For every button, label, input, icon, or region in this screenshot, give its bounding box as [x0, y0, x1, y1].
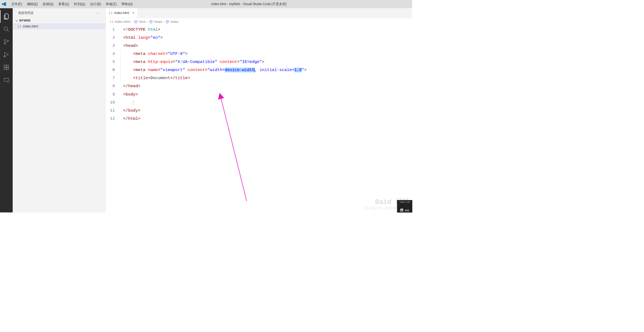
- breadcrumb-item[interactable]: meta: [171, 20, 178, 24]
- html-file-icon: [109, 11, 112, 15]
- activity-run-debug[interactable]: [0, 48, 13, 61]
- activity-remote[interactable]: [0, 74, 13, 86]
- menu-bar: 文件(F) 编辑(E) 选择(S) 查看(V) 转到(G) 运行(R) 终端(T…: [9, 1, 135, 7]
- close-icon[interactable]: ×: [132, 11, 134, 15]
- tab-index-html[interactable]: index.html ×: [106, 8, 138, 18]
- chevron-down-icon: [15, 19, 18, 22]
- svg-point-4: [7, 40, 9, 41]
- titlebar: 文件(F) 编辑(E) 选择(S) 查看(V) 转到(G) 运行(R) 终端(T…: [0, 0, 412, 8]
- menu-view[interactable]: 查看(V): [56, 1, 71, 7]
- menu-go[interactable]: 转到(G): [71, 1, 88, 7]
- svg-line-1: [7, 30, 9, 32]
- svg-rect-9: [7, 65, 9, 67]
- breadcrumb-item[interactable]: index.html: [115, 20, 130, 24]
- remote-icon: [3, 77, 9, 83]
- menu-run[interactable]: 运行(R): [88, 1, 103, 7]
- explorer-file-index[interactable]: index.html: [13, 23, 105, 29]
- tab-bar: index.html ×: [106, 8, 412, 18]
- editor-group: index.html × index.html › html › head › …: [106, 8, 412, 213]
- activity-extensions[interactable]: [0, 61, 13, 74]
- sidebar-explorer: 资源管理器 ··· MYWEB index.html: [13, 8, 106, 213]
- html-file-icon: [17, 24, 21, 28]
- vscode-logo-icon: [1, 1, 7, 7]
- activity-bar: [0, 8, 13, 213]
- symbol-module-icon: [134, 20, 138, 23]
- code-editor[interactable]: 1 2 3 4 5 6 7 8 9 10 11 12 <!DOCTYPE htm…: [106, 26, 412, 213]
- html-file-icon: [110, 20, 113, 23]
- svg-rect-7: [4, 68, 6, 70]
- menu-edit[interactable]: 编辑(E): [24, 1, 40, 7]
- chevron-right-icon: ›: [163, 20, 164, 24]
- explorer-root-folder[interactable]: MYWEB: [13, 18, 105, 23]
- symbol-module-icon: [166, 20, 169, 23]
- git-branch-icon: [3, 39, 9, 45]
- line-number-gutter: 1 2 3 4 5 6 7 8 9 10 11 12: [106, 26, 118, 213]
- activity-source-control[interactable]: [0, 36, 13, 48]
- menu-selection[interactable]: 选择(S): [40, 1, 56, 7]
- svg-point-11: [7, 80, 9, 83]
- sidebar-more-icon[interactable]: ···: [96, 11, 101, 15]
- corner-badge: xiayx.com 侠 游戏: [397, 200, 412, 213]
- extensions-icon: [3, 64, 9, 70]
- files-icon: [3, 13, 9, 19]
- menu-terminal[interactable]: 终端(T): [103, 1, 119, 7]
- chevron-right-icon: ›: [147, 20, 148, 24]
- sidebar-title: 资源管理器: [18, 11, 34, 15]
- menu-file[interactable]: 文件(F): [9, 1, 24, 7]
- sidebar-header: 资源管理器 ···: [13, 8, 105, 18]
- svg-point-0: [4, 27, 8, 30]
- breadcrumb-item[interactable]: html: [139, 20, 145, 24]
- svg-rect-6: [4, 65, 6, 67]
- window-title: index.html - myWeb - Visual Studio Code …: [135, 2, 411, 6]
- play-bug-icon: [3, 51, 9, 58]
- svg-point-3: [4, 43, 6, 44]
- menu-help[interactable]: 帮助(H): [119, 1, 135, 7]
- breadcrumb-item[interactable]: head: [154, 20, 162, 24]
- symbol-module-icon: [149, 20, 153, 23]
- breadcrumb[interactable]: index.html › html › head › meta: [106, 18, 412, 26]
- indent-guides: [118, 26, 123, 213]
- svg-point-2: [4, 39, 6, 41]
- search-icon: [3, 26, 9, 32]
- code-content[interactable]: <!DOCTYPE html><html lang="en"><head> <m…: [123, 26, 412, 213]
- activity-explorer[interactable]: [0, 10, 13, 23]
- chevron-right-icon: ›: [132, 20, 133, 24]
- svg-rect-8: [7, 68, 9, 70]
- activity-search[interactable]: [0, 23, 13, 35]
